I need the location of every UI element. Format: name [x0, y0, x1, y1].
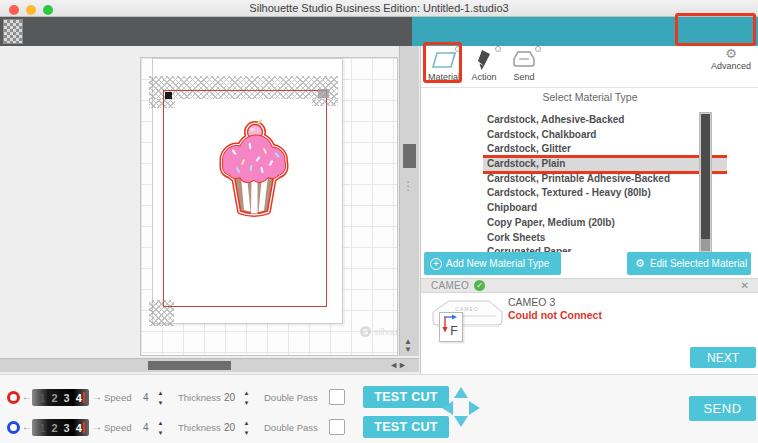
device-model: CAMEO 3 [508, 296, 555, 308]
window-title: Silhouette Studio Business Edition: Unti… [0, 2, 758, 14]
material-item[interactable]: Cork Sheets [483, 231, 727, 246]
selection-handle[interactable] [165, 92, 172, 99]
dial-left-arrow-icon[interactable]: ← [22, 421, 32, 432]
plus-icon: + [430, 258, 442, 270]
panel-tool-row: Material Action [421, 46, 758, 88]
material-item[interactable]: Corrugated Paper [483, 245, 727, 252]
device-connected-icon: ✓ [474, 280, 485, 291]
corner-shade [318, 89, 329, 98]
horizontal-scrollbar[interactable]: ◄► [0, 358, 419, 372]
material-item[interactable]: Cardstock, Adhesive-Backed [483, 113, 727, 128]
tool-advanced-label: Advanced [704, 61, 758, 71]
scroll-right-icon: ► [398, 360, 407, 370]
blade-depth-dial[interactable]: 1234 [32, 419, 89, 436]
material-item[interactable]: Cardstock, Textured - Heavy (80lb) [483, 186, 727, 201]
material-icon [431, 49, 457, 71]
material-item[interactable]: Cardstock, Glitter [483, 142, 727, 157]
material-item-selected[interactable]: Cardstock, Plain [483, 157, 727, 172]
double-pass-checkbox[interactable] [329, 419, 345, 435]
title-bar: Silhouette Studio Business Edition: Unti… [0, 0, 758, 17]
thickness-value[interactable]: 20 [224, 422, 235, 433]
material-list-scrollbar-thumb[interactable] [701, 114, 710, 239]
test-cut-button[interactable]: TEST CUT [363, 386, 449, 408]
material-item[interactable]: Chipboard [483, 201, 727, 216]
thickness-label: Thickness [178, 422, 221, 433]
send-badge [535, 46, 541, 52]
scroll-left-icon: ◄ [389, 360, 398, 370]
registration-mark-thumbnail: F [439, 312, 463, 342]
tool-send[interactable]: Send [505, 47, 543, 82]
mat-move-arrows [442, 387, 480, 427]
material-item[interactable]: Cardstock, Printable Adhesive-Backed [483, 172, 727, 187]
edit-selected-material-button[interactable]: ⚙ Edit Selected Material [627, 252, 751, 275]
test-cut-button[interactable]: TEST CUT [363, 416, 449, 438]
send-machine-icon [509, 49, 539, 71]
material-badge [455, 46, 461, 52]
splitter-dots-icon[interactable]: ••• [407, 180, 409, 192]
horizontal-scroll-arrows[interactable]: ◄► [389, 360, 407, 370]
speed-stepper[interactable]: ▲▼ [156, 418, 165, 438]
horizontal-scrollbar-thumb[interactable] [148, 361, 231, 370]
bottom-settings-bar: ← 1234 → Speed 4 ▲▼ Thickness 20 ▲▼ Doub… [0, 374, 758, 443]
speed-label: Speed [104, 422, 131, 433]
vertical-scrollbar-thumb[interactable] [403, 144, 416, 168]
send-panel: Material Action [420, 46, 758, 374]
device-header-bar: CAMEO ✓ ✕ [421, 278, 758, 293]
blade-depth-dial[interactable]: 1234 [32, 389, 89, 406]
design-canvas[interactable]: S silhouette ••• ▲ ▼ ◄► [0, 46, 420, 374]
thickness-stepper[interactable]: ▲▼ [242, 418, 251, 438]
nav-tab-bar: DESIGN S STORE LIBRARY ✓ SEND [412, 17, 758, 46]
tool-material-label: Material [425, 72, 463, 82]
silhouette-studio-window: Silhouette Studio Business Edition: Unti… [0, 0, 758, 443]
material-section-title: Select Material Type [421, 91, 758, 103]
thickness-value[interactable]: 20 [224, 392, 235, 403]
scroll-down-icon: ▼ [404, 345, 412, 354]
move-up-arrow[interactable] [454, 387, 468, 398]
silhouette-watermark: S silhouette [360, 326, 398, 337]
send-button[interactable]: SEND [689, 396, 756, 421]
double-pass-label: Double Pass [264, 392, 318, 403]
dial-right-arrow-icon[interactable]: → [92, 421, 102, 432]
double-pass-checkbox[interactable] [329, 389, 345, 405]
vertical-scroll-arrows[interactable]: ▲ ▼ [404, 338, 412, 354]
material-list-scrollbar[interactable] [699, 112, 712, 253]
tool-action-label: Action [465, 72, 503, 82]
device-header-label: CAMEO [431, 280, 469, 291]
close-icon[interactable]: ✕ [741, 280, 749, 291]
dial-indicator [83, 422, 85, 433]
material-item[interactable]: Cardstock, Chalkboard [483, 128, 727, 143]
dial-left-arrow-icon[interactable]: ← [22, 391, 32, 402]
move-down-arrow[interactable] [454, 416, 468, 427]
silhouette-logo-icon: S [360, 326, 371, 337]
device-status: Could not Connect [508, 309, 602, 321]
checkerboard-icon[interactable] [3, 19, 23, 44]
red-blade-tool-icon[interactable] [7, 391, 20, 404]
speed-stepper[interactable]: ▲▼ [156, 388, 165, 408]
vertical-scrollbar[interactable]: ••• ▲ ▼ [399, 46, 419, 356]
next-button[interactable]: NEXT [690, 347, 756, 368]
blue-blade-tool-icon[interactable] [7, 421, 20, 434]
double-pass-label: Double Pass [264, 422, 318, 433]
material-item[interactable]: Copy Paper, Medium (20lb) [483, 216, 727, 231]
material-list-scrollbar-end[interactable] [701, 239, 710, 251]
tool-advanced[interactable]: ⚙ Advanced [704, 47, 758, 71]
speed-value[interactable]: 4 [143, 422, 149, 433]
tool-material[interactable]: Material [425, 47, 463, 82]
top-toolbar: DESIGN S STORE LIBRARY ✓ SEND [0, 17, 758, 46]
thickness-label: Thickness [178, 392, 221, 403]
cut-settings-row-1: ← 1234 → Speed 4 ▲▼ Thickness 20 ▲▼ Doub… [0, 384, 470, 412]
material-list: Cardstock, Adhesive-BackedCardstock, Cha… [483, 113, 727, 252]
move-right-arrow[interactable] [469, 401, 480, 415]
move-left-arrow[interactable] [442, 401, 453, 415]
add-new-material-type-button[interactable]: + Add New Material Type [424, 252, 561, 275]
thickness-stepper[interactable]: ▲▼ [242, 388, 251, 408]
cupcake-design[interactable] [204, 119, 304, 231]
dial-right-arrow-icon[interactable]: → [92, 391, 102, 402]
action-badge [495, 46, 501, 52]
tool-action[interactable]: Action [465, 47, 503, 82]
speed-label: Speed [104, 392, 131, 403]
action-pen-icon [474, 49, 494, 71]
tool-send-label: Send [505, 72, 543, 82]
speed-value[interactable]: 4 [143, 392, 149, 403]
reg-mark-letter: F [450, 324, 457, 338]
